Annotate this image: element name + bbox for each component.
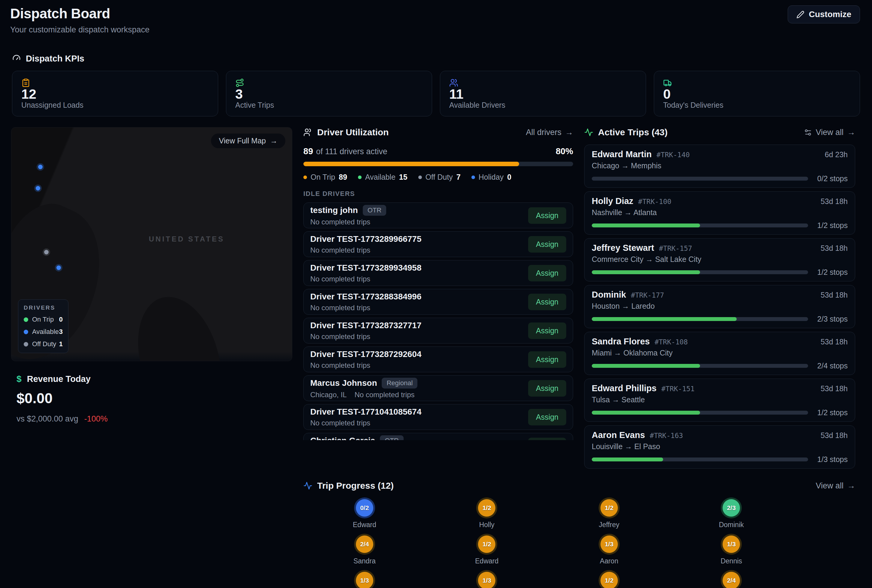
assign-button[interactable]: Assign — [528, 409, 566, 425]
driver-name: Driver TEST-1773288384996 — [310, 292, 422, 302]
legend-value: 3 — [59, 328, 63, 336]
legend-label: Available — [365, 173, 395, 182]
dispatch-map[interactable]: UNITED STATES View Full Map → DRIVERS On… — [11, 127, 292, 361]
idle-drivers-list[interactable]: testing john OTR No completed trips Assi… — [303, 202, 573, 440]
assign-button[interactable]: Assign — [528, 265, 566, 281]
revenue-today-section: $ Revenue Today $0.00 vs $2,000.00 avg -… — [11, 374, 292, 424]
assign-button[interactable]: Assign — [528, 236, 566, 253]
trip-driver-name: Jeffrey Stewart — [592, 243, 654, 253]
trip-progress-item: 1/3 Dennis — [670, 536, 793, 565]
trip-progress-fill — [592, 317, 737, 321]
trip-progress-bar — [592, 458, 808, 461]
trip-card[interactable]: Dominik #TRK-177 53d 18h Houston → Lared… — [584, 285, 855, 328]
trip-progress-badge[interactable]: 0/2 — [356, 499, 373, 517]
arrow-right-icon: → — [847, 128, 855, 137]
idle-driver-row: Driver TEST-1773289934958 No completed t… — [303, 260, 573, 286]
assign-button[interactable]: Assign — [528, 207, 566, 224]
utilization-legend-item: Available 15 — [358, 173, 407, 182]
legend-value: 7 — [456, 173, 461, 182]
trip-driver-name: Dominik — [592, 290, 626, 300]
map-driver-marker[interactable] — [38, 165, 43, 169]
trip-progress-item: 1/3 Stephanie — [303, 572, 426, 588]
active-trips-panel: Active Trips (43) View all → Edward Mart… — [584, 127, 855, 469]
kpi-value: 11 — [449, 87, 637, 101]
trip-route: Miami → Oklahoma City — [592, 349, 848, 357]
trip-progress-item: 1/2 Edward — [426, 536, 548, 565]
trip-progress-badge[interactable]: 1/3 — [723, 536, 740, 553]
trip-duration: 53d 18h — [821, 338, 848, 346]
trip-progress-item: 1/2 Jeffrey — [548, 499, 670, 529]
trips-view-all-link[interactable]: View all → — [804, 128, 855, 137]
trip-progress-badge[interactable]: 2/3 — [723, 499, 740, 517]
revenue-amount: $0.00 — [17, 390, 292, 406]
trip-progress-badge[interactable]: 2/4 — [356, 536, 373, 553]
idle-driver-row: Christian Garcia OTR No completed trips … — [303, 433, 573, 440]
driver-trips-note: No completed trips — [310, 275, 370, 283]
legend-dot-icon — [418, 176, 422, 179]
assign-button[interactable]: Assign — [528, 380, 566, 397]
assign-button[interactable]: Assign — [528, 294, 566, 310]
trip-progress-item: 1/3 Lisa — [426, 572, 548, 588]
view-full-map-button[interactable]: View Full Map → — [211, 134, 285, 148]
driver-trips-note: No completed trips — [310, 419, 370, 427]
trip-route: Nashville → Atlanta — [592, 208, 848, 217]
trip-card[interactable]: Edward Phillips #TRK-151 53d 18h Tulsa →… — [584, 379, 855, 422]
trip-progress-fill — [592, 411, 700, 415]
trip-driver-name: Aaron Evans — [592, 430, 645, 440]
trip-progress-badge[interactable]: 1/2 — [478, 536, 495, 553]
trip-card[interactable]: Sandra Flores #TRK-108 53d 18h Miami → O… — [584, 332, 855, 375]
trip-progress-badge[interactable]: 2/4 — [723, 572, 740, 588]
driver-name: testing john — [310, 206, 358, 215]
assign-button[interactable]: Assign — [528, 322, 566, 339]
driver-name: Christian Garcia — [310, 436, 375, 440]
legend-label: Available — [32, 328, 59, 336]
trip-stops: 1/2 stops — [808, 408, 848, 417]
driver-name: Marcus Johnson — [310, 378, 377, 388]
trip-duration: 53d 18h — [821, 431, 848, 440]
trip-card[interactable]: Edward Martin #TRK-140 6d 23h Chicago → … — [584, 145, 855, 188]
map-driver-marker[interactable] — [44, 250, 49, 254]
map-driver-marker[interactable] — [36, 186, 40, 190]
trip-duration: 53d 18h — [821, 291, 848, 299]
map-driver-marker[interactable] — [56, 266, 61, 270]
utilization-legend-item: On Trip 89 — [303, 173, 347, 182]
trip-progress-fill — [592, 364, 700, 368]
driver-name: Driver TEST-1773287327717 — [310, 321, 422, 330]
all-drivers-link[interactable]: All drivers → — [526, 128, 573, 137]
driver-type-badge: OTR — [380, 435, 403, 440]
all-drivers-label: All drivers — [526, 128, 561, 137]
legend-dot-icon — [471, 176, 475, 179]
trip-progress-badge[interactable]: 1/2 — [478, 499, 495, 517]
arrow-right-icon: → — [565, 128, 573, 137]
view-all-label: View all — [816, 481, 843, 490]
assign-button[interactable]: Assign — [528, 351, 566, 368]
active-driver-caption: of 111 drivers active — [316, 147, 387, 156]
trip-id: #TRK-100 — [638, 198, 672, 206]
trip-progress-badge[interactable]: 1/3 — [600, 536, 618, 553]
legend-dot-icon — [24, 342, 28, 346]
map-legend-item: Available 3 — [24, 328, 63, 336]
trip-progress-badge[interactable]: 1/3 — [356, 572, 373, 588]
trip-progress-badge[interactable]: 1/2 — [600, 572, 618, 588]
trip-progress-driver-name: Dominik — [719, 521, 744, 529]
trip-duration: 53d 18h — [821, 244, 848, 253]
driver-utilization-panel: Driver Utilization All drivers → 89 of 1… — [303, 127, 573, 469]
assign-button[interactable]: Assign — [528, 438, 566, 440]
trip-progress-view-all-link[interactable]: View all → — [816, 481, 855, 490]
arrow-right-icon: → — [847, 481, 855, 490]
trip-progress-item: 2/3 Dominik — [670, 499, 793, 529]
trip-progress-badge[interactable]: 1/2 — [600, 499, 618, 517]
view-full-map-label: View Full Map — [219, 136, 266, 145]
trip-card[interactable]: Aaron Evans #TRK-163 53d 18h Louisville … — [584, 425, 855, 469]
trip-card[interactable]: Holly Diaz #TRK-100 53d 18h Nashville → … — [584, 191, 855, 235]
trip-route: Louisville → El Paso — [592, 442, 848, 451]
idle-driver-row: Driver TEST-1773287292604 No completed t… — [303, 346, 573, 372]
driver-name: Driver TEST-1773289966775 — [310, 234, 422, 244]
users-icon — [303, 128, 312, 137]
active-driver-count: 89 — [303, 146, 313, 156]
trip-progress-badge[interactable]: 1/3 — [478, 572, 495, 588]
legend-value: 15 — [399, 173, 407, 182]
idle-driver-row: Driver TEST-1771041085674 No completed t… — [303, 404, 573, 430]
customize-button[interactable]: Customize — [788, 5, 860, 23]
trip-card[interactable]: Jeffrey Stewart #TRK-157 53d 18h Commerc… — [584, 238, 855, 281]
